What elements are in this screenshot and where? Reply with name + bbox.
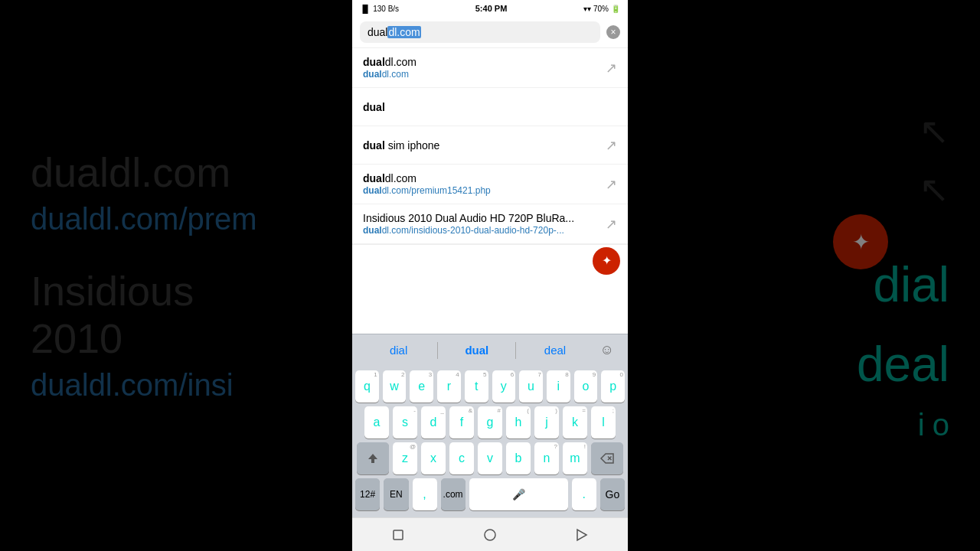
bottom-nav — [352, 517, 628, 551]
key-o-num: 9 — [593, 371, 596, 378]
key-j[interactable]: )j — [534, 406, 559, 439]
autocomplete-bar: dial dual deal ☺ — [352, 334, 628, 366]
key-f[interactable]: &f — [449, 406, 474, 439]
key-en[interactable]: EN — [384, 478, 408, 510]
key-i-letter: i — [557, 380, 560, 393]
key-r[interactable]: 4r — [437, 370, 461, 403]
key-o-letter: o — [583, 380, 590, 393]
suggestion-title-1: dualdl.com — [363, 56, 606, 68]
key-comma[interactable]: , — [413, 478, 437, 510]
key-123[interactable]: 12# — [355, 478, 380, 510]
key-d-num: _ — [441, 407, 444, 414]
key-com-label: .com — [443, 489, 463, 500]
key-d[interactable]: _d — [421, 406, 446, 439]
key-l-letter: l — [602, 416, 605, 429]
autocomplete-word-deal[interactable]: deal — [516, 337, 593, 363]
key-m[interactable]: !m — [563, 442, 587, 474]
key-period[interactable]: . — [572, 478, 596, 510]
key-n-letter: n — [544, 452, 550, 465]
suggestion-content-5: Insidious 2010 Dual Audio HD 720P BluRa.… — [363, 212, 606, 236]
nav-back-button[interactable] — [389, 526, 407, 544]
key-t[interactable]: 5t — [465, 370, 488, 403]
bg-magic-button: ✦ — [833, 214, 888, 269]
key-b[interactable]: b — [506, 442, 531, 474]
key-g-letter: g — [487, 416, 494, 429]
url-input-field[interactable]: dualdl.com — [360, 21, 600, 43]
suggestion-item-1[interactable]: dualdl.com dualdl.com ↖ — [352, 48, 628, 88]
key-k[interactable]: =k — [563, 406, 587, 439]
key-h[interactable]: (h — [506, 406, 531, 439]
suggestion-content-4: dualdl.com dualdl.com/premium15421.php — [363, 172, 606, 196]
key-s-letter: s — [402, 416, 408, 429]
key-g-num: # — [498, 407, 501, 414]
home-icon — [482, 527, 498, 543]
key-x[interactable]: x — [421, 442, 446, 474]
magic-wand-button[interactable]: ✦ — [593, 247, 620, 275]
key-y[interactable]: 6y — [492, 370, 516, 403]
suggestion-bold-3: dual — [363, 139, 385, 152]
key-shift[interactable] — [357, 442, 389, 474]
key-c[interactable]: c — [449, 442, 474, 474]
suggestion-item-5[interactable]: Insidious 2010 Dual Audio HD 720P BluRa.… — [352, 204, 628, 244]
key-s[interactable]: -s — [393, 406, 417, 439]
key-w[interactable]: 2w — [383, 370, 407, 403]
key-o[interactable]: 9o — [574, 370, 598, 403]
bg-deal-text: deal — [857, 336, 949, 393]
key-row-3: @z x c v b ?n !m — [355, 442, 625, 474]
key-g[interactable]: #g — [478, 406, 502, 439]
nav-home-button[interactable] — [481, 526, 499, 544]
key-e[interactable]: 3e — [410, 370, 433, 403]
key-b-letter: b — [515, 452, 522, 465]
autocomplete-word-dial[interactable]: dial — [360, 337, 437, 363]
key-r-letter: r — [447, 380, 451, 393]
suggestion-item-3[interactable]: dual sim iphone ↖ — [352, 126, 628, 165]
url-clear-button[interactable]: × — [606, 25, 620, 39]
suggestion-content-1: dualdl.com dualdl.com — [363, 56, 606, 80]
key-z[interactable]: @z — [393, 442, 417, 474]
key-go[interactable]: Go — [600, 478, 625, 510]
url-text-normal: dual — [368, 26, 387, 38]
data-speed: 130 B/s — [373, 5, 399, 13]
suggestion-arrow-1: ↖ — [606, 60, 617, 77]
key-v[interactable]: v — [478, 442, 502, 474]
key-q-num: 1 — [374, 371, 377, 378]
suggestion-item-2[interactable]: dual — [352, 88, 628, 126]
svg-marker-2 — [577, 530, 586, 540]
suggestion-arrow-3: ↖ — [606, 137, 617, 154]
nav-recent-button[interactable] — [573, 526, 591, 544]
magic-wand-area: ✦ — [352, 244, 628, 276]
key-t-num: 5 — [483, 371, 486, 378]
suggestion-item-4[interactable]: dualdl.com dualdl.com/premium15421.php ↖ — [352, 165, 628, 204]
key-backspace[interactable] — [591, 442, 623, 474]
bg-key-o: o — [933, 408, 949, 442]
key-h-letter: h — [515, 416, 522, 429]
key-i-num: 8 — [565, 371, 568, 378]
suggestion-content-3: dual sim iphone — [363, 139, 606, 152]
key-u[interactable]: 7u — [519, 370, 543, 403]
key-y-letter: y — [501, 380, 507, 393]
key-space[interactable]: 🎤 — [469, 478, 568, 510]
status-right: ▾▾ 70% 🔋 — [583, 5, 620, 13]
key-com[interactable]: .com — [441, 478, 466, 510]
key-i[interactable]: 8i — [547, 370, 570, 403]
key-l[interactable]: ;l — [591, 406, 616, 439]
battery-icon: 🔋 — [611, 5, 620, 13]
key-comma-label: , — [423, 487, 426, 501]
key-go-label: Go — [606, 488, 620, 500]
key-m-num: ! — [584, 443, 586, 450]
signal-bars: ▐▌ — [360, 5, 371, 13]
key-u-num: 7 — [537, 371, 541, 378]
key-z-num: @ — [410, 443, 416, 450]
suggestion-bold-4: dual — [363, 172, 385, 184]
status-left: ▐▌ 130 B/s — [360, 5, 399, 13]
key-a[interactable]: a — [364, 406, 389, 439]
bg-text-1: dualdl.com — [31, 148, 291, 196]
autocomplete-emoji[interactable]: ☺ — [594, 342, 620, 358]
suggestion-url-1: dualdl.com — [363, 69, 606, 80]
autocomplete-word-dual[interactable]: dual — [438, 337, 515, 363]
key-n[interactable]: ?n — [534, 442, 559, 474]
key-space-mic: 🎤 — [512, 488, 525, 500]
key-q[interactable]: 1q — [355, 370, 379, 403]
key-en-label: EN — [390, 489, 403, 500]
key-p[interactable]: 0p — [601, 370, 625, 403]
